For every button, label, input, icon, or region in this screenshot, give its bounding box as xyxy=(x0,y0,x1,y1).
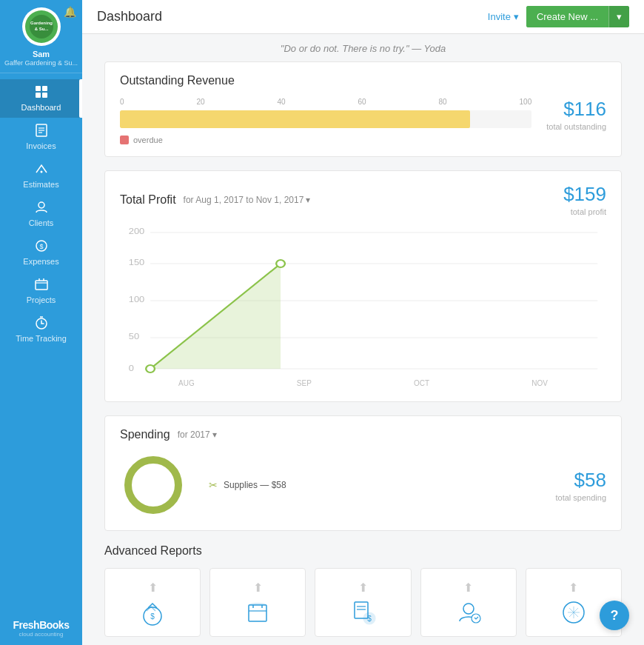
svg-text:& Su...: & Su... xyxy=(34,27,48,31)
profit-label: total profit xyxy=(563,207,606,216)
invoice-report-icon: $ xyxy=(349,598,378,627)
profit-title: Total Profit xyxy=(120,193,176,207)
expenses-label: Expenses xyxy=(23,257,58,266)
profit-date-range: for Aug 1, 2017 to Nov 1, 2017 xyxy=(184,195,304,205)
svg-point-28 xyxy=(146,365,155,372)
report-card-invoice[interactable]: ⬆ $ xyxy=(315,568,411,637)
motivational-quote: "Do or do not. There is no try." — Yoda xyxy=(104,34,622,61)
content-area: "Do or do not. There is no try." — Yoda … xyxy=(82,34,644,645)
revenue-axis: 0 20 40 60 80 100 xyxy=(120,98,531,106)
notification-bell[interactable]: 🔔 xyxy=(64,6,76,18)
invite-label: Invite xyxy=(488,11,511,22)
invite-chevron-icon: ▾ xyxy=(514,11,519,22)
spending-content: ✂ Supplies — $58 $58 total spending xyxy=(120,452,606,518)
spending-donut-chart xyxy=(120,452,187,518)
sidebar-username: Sam xyxy=(33,49,50,59)
profit-title-row: Total Profit for Aug 1, 2017 to Nov 1, 2… xyxy=(120,183,606,216)
sidebar-item-time-tracking[interactable]: Time Tracking xyxy=(0,310,82,349)
advanced-reports-title: Advanced Reports xyxy=(104,544,622,558)
freshbooks-logo: FreshBooks cloud accounting xyxy=(13,619,70,638)
projects-icon xyxy=(35,278,48,293)
freshbooks-tagline: cloud accounting xyxy=(19,631,63,638)
svg-text:Gardening: Gardening xyxy=(30,21,52,25)
sidebar-item-clients[interactable]: Clients xyxy=(0,195,82,233)
svg-text:$: $ xyxy=(150,612,155,621)
supplies-label: Supplies — $58 xyxy=(224,480,286,490)
advanced-reports-section: Advanced Reports ⬆ $ ⬆ xyxy=(104,544,622,637)
expense-report-icon xyxy=(559,598,588,627)
supplies-icon: ✂ xyxy=(209,479,218,491)
svg-text:100: 100 xyxy=(129,295,145,304)
dashboard-icon xyxy=(35,85,48,101)
profit-date-filter[interactable]: for Aug 1, 2017 to Nov 1, 2017 ▾ xyxy=(184,195,311,205)
invoice-arrow-icon: ⬆ xyxy=(358,581,368,595)
client-summary-icon xyxy=(454,598,483,627)
client-summary-arrow-icon: ⬆ xyxy=(463,581,473,595)
dashboard-label: Dashboard xyxy=(21,103,61,112)
spending-chevron-icon: ▾ xyxy=(212,430,217,440)
revenue-chart-area: 0 20 40 60 80 100 overdue xyxy=(120,98,531,144)
time-tracking-icon xyxy=(35,316,48,332)
spending-label: total spending xyxy=(556,493,607,502)
tax-summary-icon xyxy=(243,598,272,627)
company-logo: Gardening & Su... xyxy=(25,10,58,43)
spending-header: Spending for 2017 ▾ xyxy=(120,428,606,441)
profit-chevron-icon: ▾ xyxy=(306,195,310,205)
sidebar-item-estimates[interactable]: Estimates xyxy=(0,156,82,195)
create-new-button[interactable]: Create New ... ▾ xyxy=(526,6,629,27)
svg-text:50: 50 xyxy=(129,332,140,341)
svg-point-11 xyxy=(40,171,42,173)
topbar: Dashboard Invite ▾ Create New ... ▾ xyxy=(82,0,644,34)
sidebar-item-expenses[interactable]: $ Expenses xyxy=(0,233,82,272)
help-icon: ? xyxy=(611,608,619,624)
sidebar-item-projects[interactable]: Projects xyxy=(0,272,82,310)
logo-circle: Gardening & Su... xyxy=(22,7,61,46)
freshbooks-logo-area: FreshBooks cloud accounting xyxy=(0,612,82,645)
svg-text:$: $ xyxy=(39,243,43,250)
spending-amount: $58 xyxy=(556,469,607,492)
profit-loss-arrow-icon: ⬆ xyxy=(148,581,158,595)
time-tracking-label: Time Tracking xyxy=(16,334,67,343)
revenue-chart: 0 20 40 60 80 100 overdue xyxy=(120,98,606,144)
help-button[interactable]: ? xyxy=(600,601,629,630)
report-card-tax-summary[interactable]: ⬆ xyxy=(209,568,306,637)
svg-rect-6 xyxy=(42,93,47,98)
spending-date-filter[interactable]: for 2017 ▾ xyxy=(178,430,217,440)
sidebar-item-invoices[interactable]: Invoices xyxy=(0,118,82,156)
invite-button[interactable]: Invite ▾ xyxy=(488,11,519,22)
svg-point-12 xyxy=(38,202,44,208)
report-card-profit-loss[interactable]: ⬆ $ xyxy=(104,568,201,637)
freshbooks-name: FreshBooks xyxy=(13,619,70,631)
svg-point-37 xyxy=(463,604,474,614)
sidebar-item-dashboard[interactable]: Dashboard xyxy=(0,79,82,118)
svg-text:150: 150 xyxy=(129,258,145,267)
svg-point-38 xyxy=(472,614,480,623)
revenue-amount: $116 xyxy=(546,98,606,121)
report-card-client-summary[interactable]: ⬆ xyxy=(420,568,517,637)
profit-loss-icon: $ xyxy=(138,598,167,627)
invoices-label: Invoices xyxy=(26,141,56,150)
svg-rect-3 xyxy=(36,86,41,91)
donut-svg xyxy=(120,452,187,518)
spending-card: Spending for 2017 ▾ ✂ Supplies — $58 xyxy=(104,415,622,531)
projects-label: Projects xyxy=(27,295,56,304)
revenue-total: $116 total outstanding xyxy=(546,98,606,131)
profit-total: $159 total profit xyxy=(563,183,606,216)
outstanding-revenue-card: Outstanding Revenue 0 20 40 60 80 100 xyxy=(104,61,622,157)
sidebar: 🔔 Gardening & Su... Sam Gaffer Gardening… xyxy=(0,0,82,645)
svg-text:200: 200 xyxy=(129,227,145,236)
spending-title: Spending xyxy=(120,428,170,441)
profit-chart-svg: 200 150 100 50 0 xyxy=(120,227,606,375)
estimates-icon xyxy=(35,162,48,178)
profit-amount: $159 xyxy=(563,183,606,206)
create-new-arrow-icon[interactable]: ▾ xyxy=(608,6,629,27)
total-profit-card: Total Profit for Aug 1, 2017 to Nov 1, 2… xyxy=(104,170,622,402)
sidebar-company: Gaffer Gardening & Su... xyxy=(4,59,78,67)
reports-grid: ⬆ $ ⬆ xyxy=(104,568,622,637)
main-area: Dashboard Invite ▾ Create New ... ▾ "Do … xyxy=(82,0,644,645)
svg-point-29 xyxy=(276,260,285,267)
svg-rect-4 xyxy=(42,86,47,91)
tax-summary-arrow-icon: ⬆ xyxy=(253,581,263,595)
revenue-bar-fill xyxy=(120,110,470,128)
clients-label: Clients xyxy=(29,218,54,227)
